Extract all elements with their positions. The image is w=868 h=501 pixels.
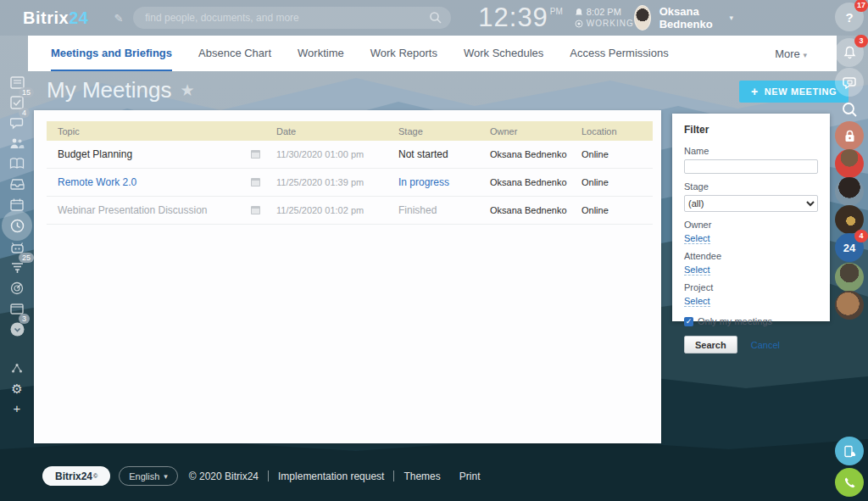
filter-name-label: Name [684, 146, 818, 156]
tab-worktime[interactable]: Worktime [298, 36, 344, 71]
mobile-app-button[interactable] [835, 437, 864, 465]
meeting-topic[interactable]: Budget Planning [47, 148, 240, 160]
recent-contact-avatar[interactable] [835, 291, 864, 320]
filter-owner-select-link[interactable]: Select [684, 233, 710, 244]
workday-status[interactable]: 8:02 PM WORKING [575, 6, 634, 30]
notifications-button[interactable]: 3 [835, 38, 864, 67]
help-button[interactable]: ? 17 [835, 3, 864, 31]
calendar-icon [251, 150, 260, 159]
sidebar-item-chat[interactable]: 4 [0, 113, 34, 133]
sidebar-item-crm-funnel[interactable]: 25 [0, 258, 34, 278]
chat-bubble-icon [843, 76, 856, 89]
filter-attendee-label: Attendee [684, 251, 818, 261]
question-mark-icon: ? [845, 10, 853, 25]
tab-absence-chart[interactable]: Absence Chart [198, 36, 271, 71]
filter-name-input[interactable] [684, 159, 818, 174]
messenger-button[interactable] [835, 68, 864, 97]
filter-owner-label: Owner [684, 220, 818, 230]
meeting-stage: Finished [387, 204, 479, 216]
print-link[interactable]: Print [459, 470, 481, 482]
meeting-topic[interactable]: Webinar Presentation Discussion [47, 204, 240, 216]
footer-brand-label: Bitrix24 [55, 470, 92, 482]
filter-search-button[interactable]: Search [684, 336, 737, 353]
plus-icon: + [751, 85, 759, 98]
bitrix24-network-button[interactable]: 24 4 [835, 233, 864, 262]
clock-time: 12:39 [478, 3, 548, 32]
table-header-row: Topic Date Stage Owner Location [47, 121, 653, 141]
security-lock-button[interactable] [835, 121, 864, 150]
filter-panel: Filter Name Stage (all) Owner Select Att… [672, 114, 830, 321]
column-stage[interactable]: Stage [387, 126, 479, 136]
sidebar-item-time-and-reports[interactable] [0, 215, 34, 236]
tasks-badge: 15 [19, 87, 34, 97]
calendar-icon [251, 178, 260, 186]
meeting-stage: Not started [387, 148, 479, 160]
tab-work-reports[interactable]: Work Reports [370, 36, 437, 71]
sidebar-item-marketing[interactable] [0, 278, 34, 298]
only-my-meetings-checkbox[interactable]: ✓ [684, 317, 693, 326]
sidebar-item-add[interactable]: + [0, 398, 34, 418]
favorite-star-icon[interactable]: ★ [180, 81, 194, 100]
b24-network-badge: 4 [854, 230, 868, 242]
more-label: More [775, 47, 800, 60]
language-selector[interactable]: English ▾ [119, 466, 178, 486]
sidebar-item-sitemap[interactable] [0, 358, 34, 378]
search-icon[interactable] [429, 11, 442, 25]
tab-meetings-and-briefings[interactable]: Meetings and Briefings [51, 36, 172, 71]
bitrix24-logo[interactable]: Bitrix24 [23, 8, 88, 28]
themes-link[interactable]: Themes [403, 470, 440, 482]
sidebar-item-employees[interactable] [0, 133, 34, 153]
only-my-meetings-label: Only my meetings [698, 316, 772, 326]
table-body: Budget Planning11/30/2020 01:00 pmNot st… [47, 141, 653, 225]
filter-stage-label: Stage [684, 181, 818, 192]
global-search-input[interactable] [133, 7, 451, 29]
filter-cancel-link[interactable]: Cancel [751, 340, 780, 350]
logo-prefix: Bitrix [23, 8, 69, 27]
meetings-table: Topic Date Stage Owner Location Budget P… [47, 121, 653, 225]
table-row[interactable]: Budget Planning11/30/2020 01:00 pmNot st… [47, 141, 653, 169]
tab-access-permissions[interactable]: Access Permissions [570, 36, 668, 71]
workday-clock[interactable]: 12:39 PM [478, 3, 563, 32]
table-row[interactable]: Remote Work 2.011/25/2020 01:39 pmIn pro… [47, 169, 653, 197]
bitrix24-window: Bitrix24 ✎ 12:39 PM 8:02 PM [0, 0, 868, 501]
meeting-location: Online [570, 177, 653, 187]
user-avatar [634, 5, 651, 31]
notifications-badge: 3 [854, 35, 868, 47]
phone-icon [843, 476, 856, 489]
calendar-icon [240, 150, 265, 159]
column-location[interactable]: Location [570, 126, 653, 136]
meeting-owner: Oksana Bednenko [479, 149, 570, 159]
meeting-location: Online [570, 149, 653, 159]
footer-bitrix24-button[interactable]: Bitrix24© [42, 466, 110, 486]
edit-pencil-icon[interactable]: ✎ [114, 12, 123, 25]
user-menu[interactable]: Oksana Bednenko ▾ [634, 5, 733, 31]
tab-work-schedules[interactable]: Work Schedules [464, 36, 543, 71]
recent-contact-avatar[interactable] [835, 263, 864, 292]
meeting-topic[interactable]: Remote Work 2.0 [47, 176, 240, 188]
call-button[interactable] [835, 468, 864, 497]
recent-contact-avatar[interactable] [835, 177, 864, 206]
chevron-down-icon: ▾ [164, 472, 168, 481]
recent-contact-avatar[interactable] [835, 149, 864, 178]
calendar-icon [240, 206, 265, 214]
footer-divider [393, 470, 394, 482]
sidebar-item-settings[interactable]: ⚙ [0, 378, 34, 398]
table-row[interactable]: Webinar Presentation Discussion11/25/202… [47, 197, 653, 225]
sidebar-item-drive[interactable] [0, 174, 34, 194]
meetings-panel: Topic Date Stage Owner Location Budget P… [34, 110, 661, 443]
sidebar-search-button[interactable] [835, 95, 864, 124]
tab-more[interactable]: More ▾ [775, 47, 807, 60]
sidebar-item-updates[interactable]: 3 [0, 319, 34, 339]
filter-project-select-link[interactable]: Select [684, 296, 710, 307]
page-title: My Meetings [47, 77, 171, 103]
implementation-request-link[interactable]: Implementation request [278, 470, 384, 482]
chat-badge: 4 [19, 108, 30, 118]
sidebar-item-knowledge-base[interactable] [0, 153, 34, 174]
bell-icon [843, 46, 856, 59]
column-topic[interactable]: Topic [47, 126, 240, 136]
meeting-date: 11/25/2020 01:39 pm [265, 177, 387, 187]
filter-attendee-select-link[interactable]: Select [684, 264, 710, 276]
filter-stage-select[interactable]: (all) [684, 195, 818, 212]
column-owner[interactable]: Owner [479, 126, 570, 136]
column-date[interactable]: Date [265, 126, 387, 136]
